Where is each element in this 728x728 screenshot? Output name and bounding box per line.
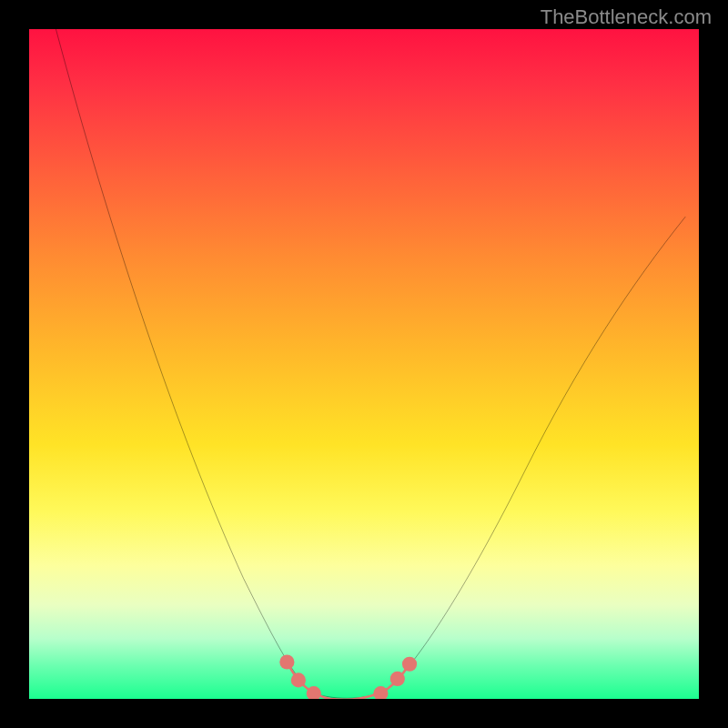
bottleneck-curve: [56, 29, 685, 698]
highlight-dots: [279, 654, 417, 699]
chart-frame: TheBottleneck.com: [0, 0, 728, 728]
svg-point-5: [402, 657, 417, 672]
watermark-text: TheBottleneck.com: [541, 5, 712, 29]
svg-point-2: [307, 686, 321, 699]
plot-area: [29, 29, 699, 699]
svg-point-0: [279, 654, 294, 669]
svg-point-4: [390, 672, 405, 686]
bottleneck-curve-svg: [29, 29, 699, 699]
svg-point-1: [291, 672, 306, 687]
svg-point-3: [373, 686, 388, 699]
